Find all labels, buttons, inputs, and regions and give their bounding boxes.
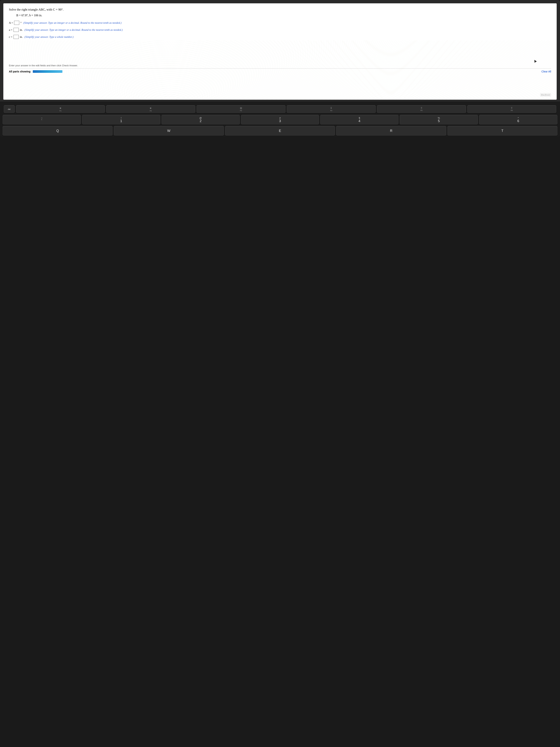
side-c-input[interactable] bbox=[14, 35, 19, 39]
bottom-section: All parts showing Clear All bbox=[9, 68, 551, 73]
keyboard-backlight-up-icon: ⠿ bbox=[511, 107, 512, 109]
2-key[interactable]: @ 2 bbox=[161, 115, 240, 125]
f4-label: F4 bbox=[330, 110, 332, 111]
backtick-char: ` bbox=[41, 119, 42, 123]
mission-control-icon: ⊟ bbox=[240, 107, 242, 109]
r-char: R bbox=[390, 129, 393, 133]
1-key[interactable]: ! 1 bbox=[82, 115, 160, 125]
hash-char: # bbox=[279, 117, 281, 119]
esc-key[interactable]: esc bbox=[4, 105, 15, 113]
6-key[interactable]: ^ 6 bbox=[479, 115, 557, 125]
3-char: 3 bbox=[279, 119, 281, 123]
number-key-row: ~ ` ! 1 @ 2 # 3 $ 4 % 5 ^ 6 bbox=[2, 115, 558, 125]
f5-key[interactable]: ⠿ F5 bbox=[377, 105, 466, 113]
angle-a-row: A = ° (Simplify your answer. Type an int… bbox=[9, 21, 551, 25]
5-char: 5 bbox=[438, 119, 440, 123]
percent-char: % bbox=[438, 117, 440, 119]
side-c-unit: in. bbox=[20, 35, 23, 38]
r-key[interactable]: R bbox=[336, 126, 446, 136]
side-c-label: c = bbox=[9, 35, 12, 38]
keyboard: esc ☀ F1 ☀ F2 ⊟ F3 ⠿ F4 ⠿ F5 ⠿ F6 ~ bbox=[0, 102, 560, 137]
5-key[interactable]: % 5 bbox=[400, 115, 478, 125]
brightness-high-icon: ☀ bbox=[150, 107, 152, 110]
tilde-key[interactable]: ~ ` bbox=[3, 115, 81, 125]
w-key[interactable]: W bbox=[114, 126, 224, 136]
side-a-unit: in. bbox=[20, 28, 23, 31]
all-parts-label: All parts showing bbox=[9, 70, 31, 73]
f6-key[interactable]: ⠿ F6 bbox=[467, 105, 556, 113]
f3-key[interactable]: ⊟ F3 bbox=[196, 105, 286, 113]
problem-title: Solve the right triangle ABC, with C = 9… bbox=[9, 8, 551, 11]
f3-label: F3 bbox=[240, 110, 242, 111]
at-char: @ bbox=[199, 117, 202, 119]
esc-label: esc bbox=[8, 108, 10, 111]
f6-label: F6 bbox=[511, 109, 513, 111]
angle-a-input[interactable] bbox=[14, 21, 19, 25]
side-a-input[interactable] bbox=[14, 28, 19, 32]
progress-bar bbox=[33, 70, 62, 73]
side-c-instruction: (Simplify your answer. Type a whole numb… bbox=[24, 35, 74, 38]
letter-key-row: Q W E R T bbox=[2, 126, 558, 136]
macbook-logo: MacBook bbox=[540, 93, 551, 97]
spacer bbox=[9, 42, 551, 64]
q-key[interactable]: Q bbox=[3, 126, 113, 136]
4-key[interactable]: $ 4 bbox=[320, 115, 399, 125]
6-char: 6 bbox=[517, 119, 519, 123]
launchpad-icon: ⠿ bbox=[330, 107, 332, 109]
clear-all-button[interactable]: Clear All bbox=[541, 70, 551, 73]
side-a-row: a = in. (Simplify your answer. Type an i… bbox=[9, 28, 551, 32]
e-char: E bbox=[279, 129, 281, 133]
side-a-instruction: (Simplify your answer. Type an integer o… bbox=[24, 28, 123, 31]
given-values: B = 67.8°, b = 106 in. bbox=[16, 14, 551, 17]
screen-content: Solve the right triangle ABC, with C = 9… bbox=[3, 3, 557, 100]
f1-label: F1 bbox=[59, 110, 61, 112]
4-char: 4 bbox=[358, 119, 361, 123]
1-char: 1 bbox=[120, 119, 122, 123]
exclaim-char: ! bbox=[121, 117, 122, 119]
f5-label: F5 bbox=[421, 109, 423, 111]
2-char: 2 bbox=[199, 119, 202, 123]
keyboard-backlight-down-icon: ⠿ bbox=[421, 107, 422, 109]
angle-a-instruction: (Simplify your answer. Type an integer o… bbox=[23, 21, 122, 24]
f1-key[interactable]: ☀ F1 bbox=[16, 105, 105, 113]
side-c-row: c = in. (Simplify your answer. Type a wh… bbox=[9, 35, 551, 39]
enter-instruction: Enter your answer in the edit fields and… bbox=[9, 64, 551, 67]
side-a-label: a = bbox=[9, 28, 12, 31]
e-key[interactable]: E bbox=[225, 126, 335, 136]
q-char: Q bbox=[56, 129, 59, 133]
3-key[interactable]: # 3 bbox=[241, 115, 319, 125]
angle-a-unit: ° bbox=[20, 21, 22, 24]
dollar-char: $ bbox=[359, 117, 360, 119]
function-key-row: esc ☀ F1 ☀ F2 ⊟ F3 ⠿ F4 ⠿ F5 ⠿ F6 bbox=[2, 105, 558, 113]
f4-key[interactable]: ⠿ F4 bbox=[287, 105, 376, 113]
caret-char: ^ bbox=[518, 117, 519, 119]
brightness-low-icon: ☀ bbox=[59, 107, 62, 110]
f2-label: F2 bbox=[150, 110, 152, 112]
tilde-char: ~ bbox=[41, 117, 43, 119]
t-key[interactable]: T bbox=[447, 126, 557, 136]
angle-a-label: A = bbox=[9, 21, 13, 24]
t-char: T bbox=[501, 129, 503, 133]
w-char: W bbox=[167, 129, 170, 133]
f2-key[interactable]: ☀ F2 bbox=[106, 105, 195, 113]
